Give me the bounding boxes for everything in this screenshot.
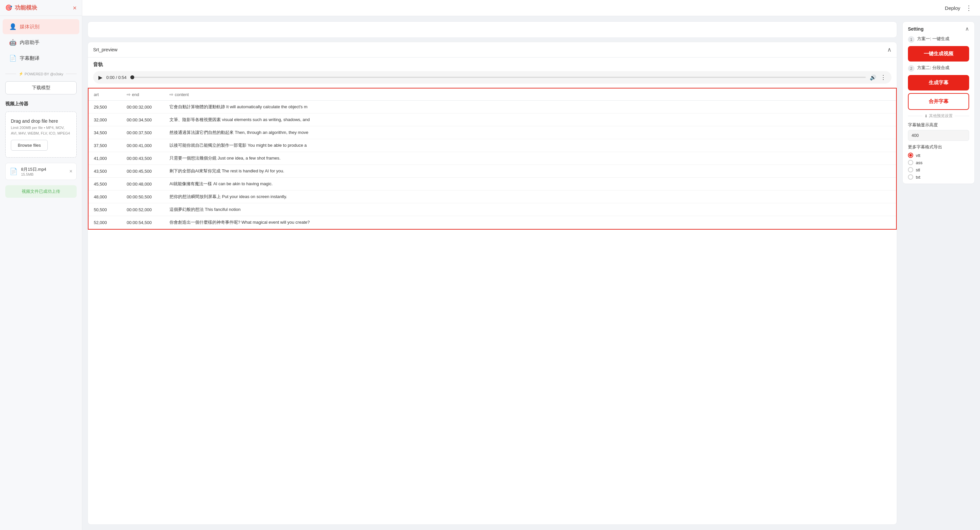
radio-dot-txt[interactable] xyxy=(908,175,913,179)
setting-title: Setting xyxy=(908,26,923,32)
table-row: 41,000 00:00:43,500 只需要一個想法幾個分鏡 Just one… xyxy=(89,152,896,165)
table-row: 52,000 00:00:54,500 你會創造出一個什麼樣的神奇事件呢? Wh… xyxy=(89,216,896,229)
volume-button[interactable]: 🔊 xyxy=(870,75,877,81)
download-model-button[interactable]: 下载模型 xyxy=(5,81,77,94)
audio-label: 音轨 xyxy=(93,62,891,68)
progress-bar[interactable] xyxy=(130,77,866,78)
panel-header: Srt_preview ∧ xyxy=(88,42,897,57)
height-input[interactable] xyxy=(908,130,969,141)
audio-player: ▶ 0:00 / 0:54 🔊 ⋮ xyxy=(93,71,891,84)
cell-start: 50,500 xyxy=(89,203,121,216)
radio-item-txt[interactable]: txt xyxy=(908,175,969,179)
content-icon: ⇨ xyxy=(169,92,173,97)
input-bar[interactable] xyxy=(88,21,897,38)
table-row: 48,000 00:00:50,500 把你的想法瞬間放到屏幕上 Put you… xyxy=(89,190,896,203)
content-icon: 🤖 xyxy=(9,39,16,46)
table-row: 29,500 00:00:32,000 它會自動計算物體的運動軌跡 It wil… xyxy=(89,101,896,114)
radio-label-ass: ass xyxy=(916,160,923,165)
file-size: 15.5MB xyxy=(21,172,66,176)
setting-header: Setting ∧ xyxy=(908,25,969,32)
file-name: 8月15日.mp4 xyxy=(21,167,66,172)
cell-start: 41,000 xyxy=(89,152,121,165)
cell-start: 52,000 xyxy=(89,216,121,229)
close-icon[interactable]: × xyxy=(73,5,77,11)
progress-thumb xyxy=(130,75,134,79)
main-header: Deploy ⋮ xyxy=(82,0,980,16)
radio-dot-vtt[interactable] xyxy=(908,152,913,158)
cell-content: 文筆、陰影等各種視覺因素 visual elements such as wri… xyxy=(164,114,896,126)
radio-dot-ass[interactable] xyxy=(908,160,913,165)
cell-start: 48,000 xyxy=(89,190,121,203)
sidebar-title: 🎯 功能模块 xyxy=(5,4,37,11)
merge-subtitle-button[interactable]: 合并字幕 xyxy=(908,93,969,110)
browse-files-button[interactable]: Browse files xyxy=(11,140,48,151)
sidebar-item-label: 内容助手 xyxy=(20,40,40,46)
table-row: 43,500 00:00:45,500 剩下的全部由AI來幫你完成 The re… xyxy=(89,165,896,178)
deploy-button[interactable]: Deploy xyxy=(945,5,960,11)
cell-content: 這個夢幻般的想法 This fanciful notion xyxy=(164,203,896,216)
cell-content: AI就能像擁有魔法一樣 AI can be akin to having mag… xyxy=(164,178,896,190)
other-settings-divider: ⬇ 其他预览设置 xyxy=(908,113,969,119)
panel-title: Srt_preview xyxy=(93,47,118,52)
generate-subtitle-button[interactable]: 生成字幕 xyxy=(908,75,969,90)
center-panel: Srt_preview ∧ 音轨 ▶ 0:00 / 0:54 🔊 ⋮ xyxy=(88,21,897,525)
cell-content: 然後通過算法讓它們自然的動起來 Then, through an algorit… xyxy=(164,126,896,139)
table-row: 50,500 00:00:52,000 這個夢幻般的想法 This fancif… xyxy=(89,203,896,216)
radio-dot-stl[interactable] xyxy=(908,167,913,172)
scheme-1: 1 方案一: 一键生成 xyxy=(908,36,969,43)
sidebar-nav: 👤 媒体识别 🤖 内容助手 📄 字幕翻译 xyxy=(0,16,82,69)
module-icon: 🎯 xyxy=(5,4,12,11)
sidebar-item-label: 字幕翻译 xyxy=(20,55,40,62)
radio-item-stl[interactable]: stl xyxy=(908,167,969,172)
cell-content: 以後可能你就自己能獨立的製作一部電影 You might be able to … xyxy=(164,139,896,152)
table-wrapper: ➜ art ⇨ xyxy=(88,88,897,524)
col-header-content: ⇨ content xyxy=(164,89,896,101)
generate-video-button[interactable]: 一键生成视频 xyxy=(908,46,969,62)
cell-end: 00:00:54,500 xyxy=(121,216,164,229)
cell-end: 00:00:48,000 xyxy=(121,178,164,190)
sidebar: 🎯 功能模块 × 👤 媒体识别 🤖 内容助手 📄 字幕翻译 ⚡ POWERED … xyxy=(0,0,82,530)
play-button[interactable]: ▶ xyxy=(99,75,102,81)
setting-toggle-button[interactable]: ∧ xyxy=(965,25,969,32)
cell-end: 00:00:37,500 xyxy=(121,126,164,139)
height-label: 字幕轴显示高度 xyxy=(908,122,969,128)
file-remove-button[interactable]: × xyxy=(70,168,72,175)
subtitle-data-table: art ⇨ end xyxy=(89,89,896,229)
cell-start: 32,000 xyxy=(89,114,121,126)
cell-start: 45,500 xyxy=(89,178,121,190)
main-content: Srt_preview ∧ 音轨 ▶ 0:00 / 0:54 🔊 ⋮ xyxy=(82,16,980,530)
export-label: 更多字幕格式导出 xyxy=(908,144,969,150)
table-row: 45,500 00:00:48,000 AI就能像擁有魔法一樣 AI can b… xyxy=(89,178,896,190)
cell-end: 00:00:52,000 xyxy=(121,203,164,216)
setting-panel: Setting ∧ 1 方案一: 一键生成 一键生成视频 2 方案二: 分段合成… xyxy=(902,21,975,184)
srt-preview-panel: Srt_preview ∧ 音轨 ▶ 0:00 / 0:54 🔊 ⋮ xyxy=(88,42,897,525)
subtitle-icon: 📄 xyxy=(9,55,16,62)
file-item: 📄 8月15日.mp4 15.5MB × xyxy=(5,163,77,180)
subtitle-tbody: 29,500 00:00:32,000 它會自動計算物體的運動軌跡 It wil… xyxy=(89,101,896,229)
export-section: 更多字幕格式导出 vtt ass stl txt xyxy=(908,144,969,179)
more-audio-button[interactable]: ⋮ xyxy=(880,74,886,81)
table-row: 32,000 00:00:34,500 文筆、陰影等各種視覺因素 visual … xyxy=(89,114,896,126)
upload-area: Drag and drop file here Limit 200MB per … xyxy=(5,111,77,157)
sidebar-item-subtitle[interactable]: 📄 字幕翻译 xyxy=(3,51,79,66)
cell-end: 00:00:34,500 xyxy=(121,114,164,126)
video-uploader-title: 视频上传器 xyxy=(0,97,82,109)
time-display: 0:00 / 0:54 xyxy=(106,75,126,80)
right-panel: Setting ∧ 1 方案一: 一键生成 一键生成视频 2 方案二: 分段合成… xyxy=(902,21,975,525)
radio-item-ass[interactable]: ass xyxy=(908,160,969,165)
radio-label-stl: stl xyxy=(916,167,920,172)
cell-content: 你會創造出一個什麼樣的神奇事件呢? What magical event wil… xyxy=(164,216,896,229)
sidebar-item-content[interactable]: 🤖 内容助手 xyxy=(3,35,79,50)
sidebar-item-media[interactable]: 👤 媒体识别 xyxy=(3,19,79,34)
settings-icon: ⬇ xyxy=(924,114,928,119)
scheme-1-label: 方案一: 一键生成 xyxy=(917,36,950,42)
upload-hint: Limit 200MB per file • MP4, MOV, AVI, M4… xyxy=(11,125,71,136)
radio-item-vtt[interactable]: vtt xyxy=(908,152,969,158)
cell-end: 00:00:45,500 xyxy=(121,165,164,178)
subtitle-table: art ⇨ end xyxy=(88,88,897,230)
cell-start: 34,500 xyxy=(89,126,121,139)
more-options-button[interactable]: ⋮ xyxy=(966,4,972,12)
end-icon: ⇨ xyxy=(127,92,130,97)
panel-toggle-button[interactable]: ∧ xyxy=(887,46,891,53)
cell-start: 29,500 xyxy=(89,101,121,114)
